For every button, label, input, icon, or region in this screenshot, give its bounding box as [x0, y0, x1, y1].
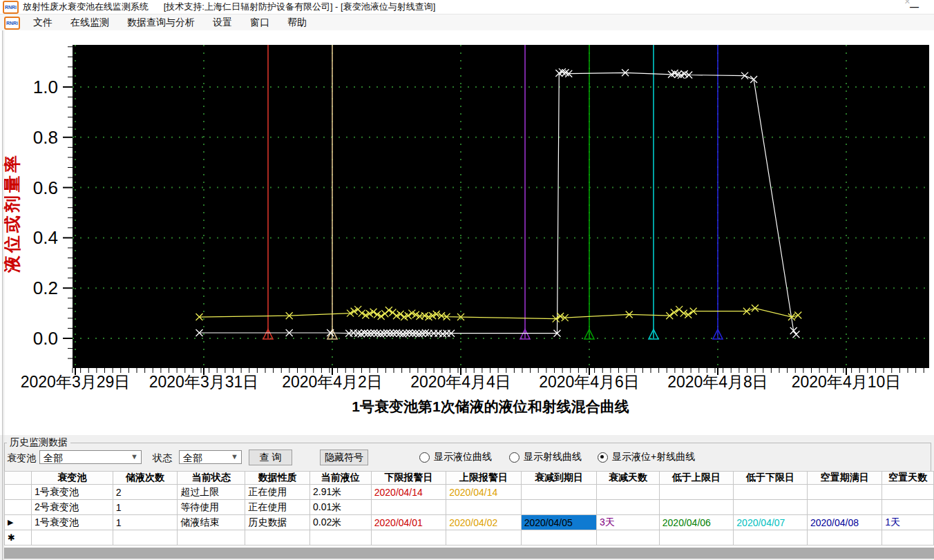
column-header-衰变池[interactable]: 衰变池	[32, 472, 113, 485]
column-header-空置天数[interactable]: 空置天数	[882, 472, 934, 485]
table-cell[interactable]	[734, 500, 808, 515]
table-cell[interactable]: 1天	[882, 515, 934, 530]
table-cell[interactable]	[245, 530, 310, 545]
radio-label: 显示液位+射线曲线	[612, 451, 695, 463]
column-header-当前状态[interactable]: 当前状态	[178, 472, 245, 485]
table-cell[interactable]	[521, 530, 596, 545]
row-selector[interactable]	[5, 500, 32, 515]
row-selector[interactable]: ▶	[5, 515, 32, 530]
table-cell[interactable]: 正在使用	[245, 485, 310, 500]
table-cell[interactable]	[807, 530, 881, 545]
x-tick-label: 2020年3月31日	[149, 373, 259, 391]
radio-显示液位曲线[interactable]: 显示液位曲线	[419, 451, 492, 463]
radio-显示射线曲线[interactable]: 显示射线曲线	[509, 451, 582, 463]
column-header-上限报警日[interactable]: 上限报警日	[446, 472, 521, 485]
table-cell[interactable]	[807, 500, 881, 515]
table-row: 2号衰变池1等待使用正在使用0.01米	[5, 500, 934, 515]
pool-label: 衰变池	[7, 452, 36, 465]
table-cell[interactable]	[113, 530, 178, 545]
table-cell[interactable]	[597, 530, 660, 545]
table-cell[interactable]	[807, 485, 881, 500]
column-header-空置期满日[interactable]: 空置期满日	[807, 472, 881, 485]
window-left-border-inner	[3, 30, 4, 560]
table-cell[interactable]	[734, 485, 808, 500]
column-header-储液次数[interactable]: 储液次数	[113, 472, 178, 485]
table-cell[interactable]: 2020/04/07	[734, 515, 808, 530]
table-cell[interactable]: 2.91米	[309, 485, 371, 500]
table-cell[interactable]	[882, 500, 934, 515]
pool-select[interactable]: 全部 ▼	[39, 450, 142, 464]
table-cell[interactable]: 1	[113, 500, 178, 515]
table-cell[interactable]	[659, 530, 734, 545]
table-cell[interactable]: 储液结束	[178, 515, 245, 530]
table-cell[interactable]: 2020/04/08	[807, 515, 881, 530]
column-header-当前液位[interactable]: 当前液位	[309, 472, 371, 485]
table-cell[interactable]	[371, 500, 446, 515]
menu-item-文件[interactable]: 文件	[24, 15, 61, 29]
table-cell[interactable]: 2020/04/01	[371, 515, 446, 530]
new-row-indicator: ✱	[5, 530, 32, 545]
pool-select-value: 全部	[44, 452, 63, 463]
table-cell[interactable]	[659, 485, 734, 500]
table-cell[interactable]	[521, 500, 596, 515]
column-header-低于下限日[interactable]: 低于下限日	[734, 472, 808, 485]
menu-item-在线监测[interactable]: 在线监测	[61, 15, 118, 29]
menu-item-窗口[interactable]: 窗口	[241, 15, 278, 29]
chevron-down-icon[interactable]: ▼	[229, 451, 240, 463]
table-cell[interactable]: 2020/04/06	[659, 515, 734, 530]
x-tick-label: 2020年4月6日	[539, 373, 640, 391]
radio-circle-icon[interactable]	[509, 452, 520, 463]
table-cell[interactable]: 历史数据	[245, 515, 310, 530]
radio-显示液位+射线曲线[interactable]: 显示液位+射线曲线	[598, 451, 695, 463]
table-cell[interactable]: 1	[113, 515, 178, 530]
row-selector[interactable]	[5, 485, 32, 500]
table-cell[interactable]	[882, 485, 934, 500]
table-cell[interactable]: 2	[113, 485, 178, 500]
table-cell[interactable]	[597, 485, 660, 500]
table-cell[interactable]	[659, 500, 734, 515]
table-cell[interactable]	[178, 530, 245, 545]
column-header-低于上限日[interactable]: 低于上限日	[659, 472, 734, 485]
table-cell[interactable]: 2020/04/14	[371, 485, 446, 500]
table-cell[interactable]: 2020/04/02	[446, 515, 521, 530]
table-cell[interactable]: 等待使用	[178, 500, 245, 515]
table-cell[interactable]: 1号衰变池	[32, 515, 113, 530]
column-header-数据性质[interactable]: 数据性质	[245, 472, 310, 485]
table-cell[interactable]: 2020/04/14	[446, 485, 521, 500]
column-header-下限报警日[interactable]: 下限报警日	[371, 472, 446, 485]
column-header-衰减天数[interactable]: 衰减天数	[597, 472, 660, 485]
radio-circle-icon[interactable]	[598, 452, 608, 463]
column-header-衰减到期日[interactable]: 衰减到期日	[521, 472, 596, 485]
table-cell[interactable]: 1号衰变池	[32, 485, 113, 500]
table-cell[interactable]	[597, 500, 660, 515]
table-cell[interactable]	[446, 530, 521, 545]
x-tick-label: 2020年4月10日	[792, 373, 902, 391]
table-cell[interactable]	[734, 530, 808, 545]
hide-symbols-button[interactable]: 隐藏符号	[320, 450, 368, 465]
status-select[interactable]: 全部 ▼	[179, 450, 242, 464]
minimize-icon[interactable]: —	[910, 1, 919, 12]
y-tick-label: 0.4	[33, 227, 58, 248]
selected-cell[interactable]: 2020/04/05	[521, 515, 596, 530]
table-cell[interactable]: 0.01米	[309, 500, 371, 515]
table-cell[interactable]: 正在使用	[245, 500, 310, 515]
chevron-down-icon[interactable]: ▼	[128, 451, 140, 463]
menu-logo-icon: RNRi	[4, 17, 20, 30]
table-cell[interactable]	[309, 530, 371, 545]
table-cell[interactable]	[446, 500, 521, 515]
table-cell[interactable]: 3天	[597, 515, 660, 530]
radio-label: 显示液位曲线	[434, 451, 492, 463]
table-cell[interactable]: 0.02米	[309, 515, 371, 530]
menu-item-数据查询与分析[interactable]: 数据查询与分析	[118, 15, 204, 29]
menu-item-帮助[interactable]: 帮助	[278, 15, 316, 29]
table-cell[interactable]	[521, 485, 596, 500]
table-cell[interactable]: 2号衰变池	[32, 500, 113, 515]
table-cell[interactable]	[371, 530, 446, 545]
menu-item-设置[interactable]: 设置	[204, 15, 241, 29]
table-cell[interactable]: 超过上限	[178, 485, 245, 500]
table-cell[interactable]	[32, 530, 113, 545]
query-button[interactable]: 查 询	[249, 450, 292, 465]
y-tick-label: 0.2	[33, 278, 58, 298]
table-cell[interactable]	[882, 530, 934, 545]
radio-circle-icon[interactable]	[419, 452, 430, 463]
